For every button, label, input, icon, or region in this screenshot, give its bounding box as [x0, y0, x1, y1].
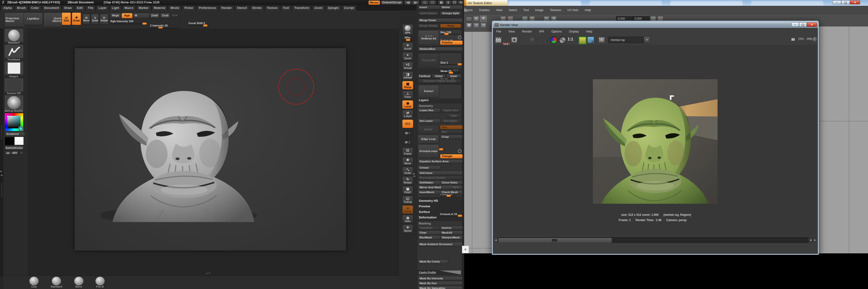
check-mesh-button[interactable]: Check Mesh: [440, 190, 463, 194]
right-shelf-button[interactable]: ⟲ Y: [402, 129, 413, 137]
projection-master-button[interactable]: Projection Master: [4, 12, 25, 27]
right-shelf-button[interactable]: ⇄ L.Sym: [402, 110, 413, 118]
tray-right-button[interactable]: ▮▶: [412, 0, 420, 5]
uv-grid-icon[interactable]: [466, 16, 472, 22]
render-current-frame-icon[interactable]: [495, 37, 501, 43]
scroll-left-arrow[interactable]: ◀: [494, 237, 498, 243]
right-shelf-button[interactable]: ×1 Actual: [402, 62, 413, 70]
main-color-swatch[interactable]: [5, 137, 14, 145]
zbrush-menu-item[interactable]: Zscript: [342, 5, 356, 11]
inverse-button[interactable]: Inverse: [440, 226, 463, 230]
right-shelf-button[interactable]: ⟳ Z: [402, 138, 413, 146]
quick-sketch-button[interactable]: Quick Sketch: [43, 12, 63, 27]
tray-left-button[interactable]: ◀▮: [404, 0, 412, 5]
split-hidden-button[interactable]: Split Hidden: [418, 11, 439, 15]
geometry-hd-section-header[interactable]: Geometry HD: [419, 200, 438, 203]
secondary-color-swatch[interactable]: [14, 137, 24, 145]
triangle-button[interactable]: Triangle: [440, 154, 463, 158]
current-texture-thumb[interactable]: [4, 78, 24, 92]
doc-prev-button[interactable]: ❏: [421, 0, 429, 5]
uv-menu-item[interactable]: Image: [535, 9, 544, 12]
scale-button[interactable]: SScale: [91, 14, 99, 25]
right-shelf-button[interactable]: ⊥ Floor: [402, 91, 413, 99]
refresh-ipr-icon[interactable]: ⟳: [529, 37, 535, 43]
browser-minimize-button[interactable]: –: [833, 0, 841, 4]
crease-lvl-slider[interactable]: CreaseLvl 15: [440, 213, 461, 216]
rv-h-scrollbar[interactable]: ◀ ◀ ▶: [494, 237, 817, 243]
mrgb-button[interactable]: Mrgb: [110, 13, 121, 18]
cavity-profile-widget[interactable]: Cavity Profile: [418, 270, 461, 275]
browser-maximize-button[interactable]: ▢: [841, 0, 850, 4]
remesh-res-slider[interactable]: Res 128: [440, 31, 460, 34]
rv-close-button[interactable]: ✕: [807, 23, 817, 27]
zbrush-menu-item[interactable]: Alpha: [1, 5, 14, 11]
right-shelf-button[interactable]: ⤡ Scale: [402, 167, 413, 175]
blurmask-button[interactable]: BlurMask: [418, 236, 440, 240]
switchcolor-button[interactable]: SwitchColor: [5, 146, 24, 150]
farthest-button[interactable]: Farthest: [418, 74, 432, 78]
recent-tool-item[interactable]: Move: [72, 276, 85, 289]
right-shelf-button[interactable]: ◱ Transp: [402, 195, 413, 204]
cage-button[interactable]: Cage: [446, 114, 461, 118]
right-shelf-button[interactable]: ↻ Rotate: [402, 176, 413, 185]
scroll-right-arrow2[interactable]: ▶: [813, 237, 817, 243]
browser-close-button[interactable]: ✕: [850, 0, 860, 4]
uv-menu-item[interactable]: Polygons: [464, 9, 472, 12]
zbrush-menu-item[interactable]: Marker: [136, 5, 151, 11]
shadowbox-button[interactable]: ShadowBox: [418, 47, 463, 51]
zbrush-menu-item[interactable]: Color: [29, 5, 41, 11]
geometry-section-header[interactable]: Geometry: [419, 105, 433, 108]
plusminus-button[interactable]: ±: [19, 151, 24, 155]
mask-ao-button[interactable]: Mask Ambient Occlusion: [418, 242, 463, 247]
off-button[interactable]: OFF: [11, 151, 18, 155]
zbrush-menu-item[interactable]: Stroke: [250, 5, 264, 11]
project-dist-slider[interactable]: Dist 1: [440, 61, 460, 65]
current-alpha-thumb[interactable]: [4, 61, 24, 75]
keep-image-icon[interactable]: [579, 37, 586, 44]
right-shelf-button[interactable]: ⌖ Zoom: [402, 52, 413, 61]
preview-section-header[interactable]: Preview: [419, 205, 430, 208]
tray-collapse-arrow2[interactable]: ◀: [0, 174, 2, 176]
recent-tool-item[interactable]: Pen B: [94, 276, 106, 289]
right-shelf-button[interactable]: ▦ Persp: [402, 81, 413, 89]
zbrush-menu-item[interactable]: Macro: [122, 5, 136, 11]
subtool-insert-button[interactable]: Insert: [418, 5, 440, 9]
recent-tool-item[interactable]: Standard: [49, 276, 64, 289]
right-shelf-button[interactable]: ⊡ Frame: [402, 147, 413, 156]
zbrush-menu-item[interactable]: Brush: [15, 5, 28, 11]
rv-menu-item[interactable]: Render: [522, 30, 532, 33]
uv-canvas-right-strip[interactable]: [819, 27, 868, 253]
uv-menu-item[interactable]: View: [496, 9, 502, 12]
zbrush-menu-item[interactable]: Tool: [280, 5, 291, 11]
color-picker[interactable]: [5, 113, 23, 131]
uv-menu-item[interactable]: Select: [509, 9, 517, 12]
uv-lattice-icon[interactable]: ▦: [466, 23, 472, 28]
mirror-axis-label[interactable]: x y z: [453, 186, 458, 188]
subtool-delete-button[interactable]: Delete: [440, 5, 463, 9]
zsub-button[interactable]: Zsub: [160, 13, 170, 18]
rv-menu-item[interactable]: Help: [586, 30, 592, 33]
del-hidden-button[interactable]: DelHidden: [418, 181, 440, 185]
canvas-divider-handle[interactable]: ▲▼: [206, 272, 211, 274]
draw-button[interactable]: ✛Draw: [72, 12, 81, 25]
recent-tool-item[interactable]: Clay: [28, 276, 40, 289]
rgb-button[interactable]: Rgb: [122, 13, 133, 18]
renderer-dropdown[interactable]: mental ray: [608, 37, 644, 43]
zbrush-menu-item[interactable]: File: [86, 5, 96, 11]
merge-visible-button[interactable]: Merge Visible: [418, 24, 439, 28]
rv-menu-item[interactable]: Options: [551, 30, 562, 33]
zbrush-menu-item[interactable]: Zplugin: [326, 5, 341, 11]
zbrush-menu-item[interactable]: Render: [219, 5, 234, 11]
shell-axis-label[interactable]: x y z: [453, 69, 458, 71]
mask-by-cavity-button[interactable]: Mask By Cavity: [418, 260, 448, 264]
remove-image-icon[interactable]: 🗑: [587, 37, 594, 43]
remesh-all-button[interactable]: ✥ ⊕ ⟲ ReMesh All: [418, 30, 439, 45]
m-button[interactable]: M: [133, 13, 150, 18]
clear-mask-button[interactable]: Clear: [418, 231, 440, 235]
ratio-label[interactable]: 1:1: [567, 37, 573, 41]
uv-sew-icon[interactable]: ⇉: [480, 23, 486, 28]
higher-res-button[interactable]: Higher Res: [440, 108, 461, 112]
crease-button[interactable]: Crease: [418, 166, 440, 170]
restore-button[interactable]: ❐: [452, 0, 458, 5]
rgb-channels-icon[interactable]: [550, 37, 557, 44]
